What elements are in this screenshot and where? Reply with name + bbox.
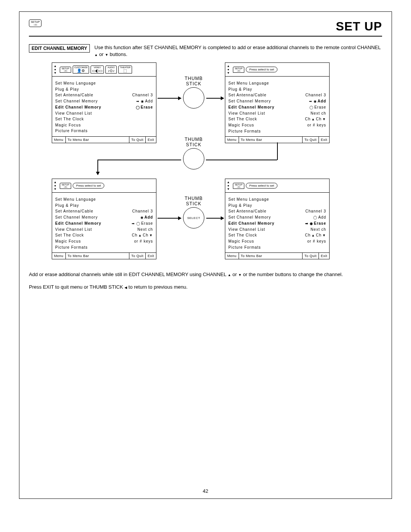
panel2-body: Set Menu Language Plug & Play Set Antenn… xyxy=(225,77,329,136)
page-header: SETUP ○⊙○ SET UP xyxy=(29,19,382,37)
stick-label: STICK xyxy=(183,81,204,86)
row-antenna: Set Antenna/CableChannel 3 xyxy=(228,92,326,98)
thumb-stick-1: THUMB STICK xyxy=(183,76,204,109)
panel1-body: Set Menu Language Plug & Play Set Antenn… xyxy=(52,77,156,136)
row-editch: Edit Channel MemoryErase xyxy=(228,104,326,110)
radio-open-icon xyxy=(136,104,140,110)
section-row: EDIT CHANNEL MEMORY Use this function af… xyxy=(29,44,382,58)
row-clock: Set The ClockCh Ch xyxy=(228,232,326,238)
row-focus: Magic Focusor # keys xyxy=(55,238,153,244)
row-lang: Set Menu Language xyxy=(55,197,153,203)
tab-video: VIDEO▭◐▭ xyxy=(91,66,104,73)
foot-toquit: To Quit xyxy=(303,137,319,143)
foot-menu: Menu xyxy=(225,253,239,259)
row-focus: Magic Focus xyxy=(55,122,153,128)
foot-tomb: To Menu Bar xyxy=(66,253,129,259)
row-setch: Set Channel MemoryAdd xyxy=(55,214,153,220)
thumb-stick-2: THUMB STICK xyxy=(183,137,204,169)
row-lang: Set Menu Language xyxy=(228,80,326,86)
slider-icon: ▲●▼ xyxy=(54,181,57,191)
slider-icon: ▲●▼ xyxy=(54,64,57,75)
triangle-left-icon xyxy=(124,284,127,290)
row-antenna: Set Antenna/CableChannel 3 xyxy=(55,92,153,98)
foot-exit: Exit xyxy=(146,253,156,259)
pointer-icon xyxy=(309,98,313,104)
row-clock: Set The ClockCh Ch xyxy=(55,232,153,238)
row-clock: Set The Clock xyxy=(55,116,153,122)
triangle-down-icon xyxy=(322,232,326,238)
foot-menu: Menu xyxy=(225,137,239,143)
panel1-tabbar: ▲●▼ SETUP○⊙○ CUSTOMIZE👤⚙ VIDEO▭◐▭ AUDIO♪… xyxy=(52,63,156,77)
tab-setup: SETUP○⊙○ xyxy=(60,67,71,73)
section-tag: EDIT CHANNEL MEMORY xyxy=(29,44,90,53)
slider-icon: ▲●▼ xyxy=(227,181,230,191)
osd-panel-4: ▲●▼ SETUP○⊙○ Press select to set Set Men… xyxy=(225,179,330,259)
panel3-body: Set Menu Language Plug & Play Set Antenn… xyxy=(52,193,156,252)
thumb-stick-3: THUMB STICK xyxy=(183,196,204,228)
row-plug: Plug & Play xyxy=(228,203,326,209)
section-text-c: buttons. xyxy=(108,51,127,57)
page-title: SET UP xyxy=(336,19,382,34)
row-plug: Plug & Play xyxy=(55,86,153,93)
row-setch: Set Channel MemoryAdd xyxy=(228,214,326,220)
foot-toquit: To Quit xyxy=(129,253,146,259)
panel1-foot: Menu To Menu Bar To Quit Exit xyxy=(52,136,156,143)
row-formats: Picture Formats xyxy=(55,244,153,251)
radio-open-icon xyxy=(313,214,317,220)
press-select-label: Press select to set xyxy=(246,67,277,72)
radio-open-icon xyxy=(136,220,140,227)
setup-mini-dots: ○⊙○ xyxy=(33,24,37,26)
row-focus: Magic Focusor # keys xyxy=(228,122,326,128)
panel4-body: Set Menu Language Plug & Play Set Antenn… xyxy=(225,193,329,252)
stick-label: STICK xyxy=(183,142,204,147)
setup-mini-icon: SETUP ○⊙○ xyxy=(29,19,41,27)
tab-theater: THEATER⬚ xyxy=(118,66,132,73)
pointer-icon xyxy=(136,98,140,104)
tab-setup: SETUP○⊙○ xyxy=(60,183,71,189)
foot-menu: Menu xyxy=(52,253,66,259)
arrow-down-1 xyxy=(97,160,98,175)
row-formats: Picture Formats xyxy=(228,128,326,134)
foot-toquit: To Quit xyxy=(129,137,146,143)
press-select-label: Press select to set xyxy=(246,183,277,189)
row-formats: Picture Formats xyxy=(228,244,326,251)
row-lang: Set Menu Language xyxy=(228,197,326,203)
foot-exit: Exit xyxy=(319,253,329,259)
foot-menu: Menu xyxy=(52,137,66,143)
panel2-foot: Menu To Menu Bar To Quit Exit xyxy=(225,136,329,143)
foot-exit: Exit xyxy=(319,137,329,143)
triangle-up-icon xyxy=(228,272,231,277)
row-antenna: Set Antenna/CableChannel 3 xyxy=(55,208,153,214)
triangle-down-icon xyxy=(238,272,242,277)
tab-audio: AUDIO♪⊙♪ xyxy=(105,66,117,73)
arrow-1 xyxy=(158,98,181,99)
foot-toquit: To Quit xyxy=(303,253,319,259)
panel4-foot: Menu To Menu Bar To Quit Exit xyxy=(225,252,329,259)
setup-mini-label: SETUP xyxy=(31,21,40,23)
radio-filled-icon xyxy=(314,98,317,104)
tab-customize: CUSTOMIZE👤⚙ xyxy=(73,66,89,73)
connector-horiz-2 xyxy=(206,160,277,160)
stick-circle xyxy=(183,148,204,169)
after-p2: Press EXIT to quit menu or THUMB STICK t… xyxy=(29,284,382,291)
row-editch: Edit Channel MemoryErase xyxy=(228,220,326,227)
osd-panel-1: ▲●▼ SETUP○⊙○ CUSTOMIZE👤⚙ VIDEO▭◐▭ AUDIO♪… xyxy=(52,62,156,143)
page-border: SETUP ○⊙○ SET UP EDIT CHANNEL MEMORY Use… xyxy=(19,11,392,499)
row-setch: Set Channel MemoryAdd xyxy=(55,98,153,104)
triangle-down-icon xyxy=(149,232,153,238)
row-formats: Picture Formats xyxy=(55,128,153,134)
thumb-label: THUMB xyxy=(183,76,204,81)
radio-filled-icon xyxy=(310,220,313,227)
stick-circle xyxy=(183,87,204,109)
connector-vert-2 xyxy=(277,142,278,160)
after-text: Add or erase additional channels while s… xyxy=(29,271,382,290)
row-editch: Edit Channel MemoryErase xyxy=(55,220,153,227)
osd-panel-3: ▲●▼ SETUP○⊙○ Press select to set Set Men… xyxy=(52,179,156,259)
section-text-b: or xyxy=(98,51,105,57)
panel4-tabbar: ▲●▼ SETUP○⊙○ Press select to set xyxy=(225,179,329,193)
triangle-down-icon xyxy=(105,51,108,57)
pointer-icon xyxy=(132,220,135,227)
stick-circle-select xyxy=(183,207,204,228)
row-viewch: View Channel ListNext ch xyxy=(228,110,326,117)
section-text: Use this function after SET CHANNEL MEMO… xyxy=(94,44,382,58)
